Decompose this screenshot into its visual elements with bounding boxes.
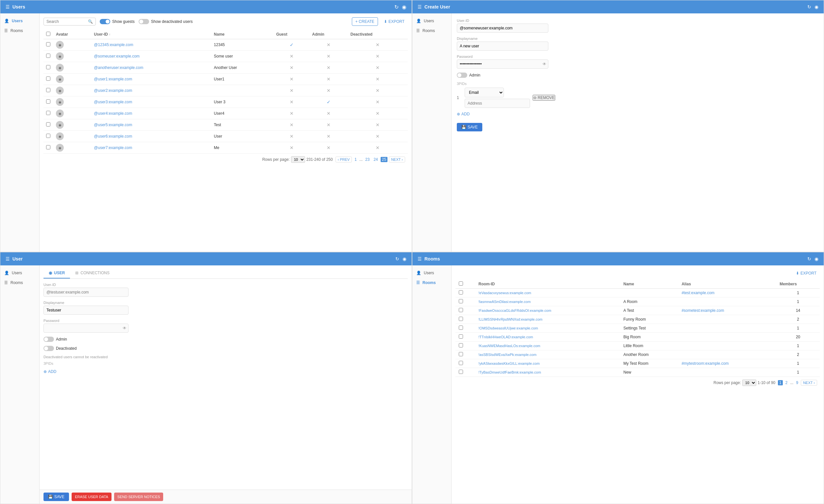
room-id-cell[interactable]: !KuasNWEMasdHasLOs:example.com <box>475 342 620 350</box>
rooms-page-2[interactable]: 2 <box>784 380 789 385</box>
row-checkbox[interactable] <box>46 122 50 126</box>
refresh-icon-3[interactable]: ↻ <box>395 256 399 261</box>
room-id-cell[interactable]: !OMSDsdweasslUUjwe:example.com <box>475 324 620 333</box>
room-checkbox[interactable] <box>459 334 463 339</box>
room-checkbox[interactable] <box>459 370 463 374</box>
search-box[interactable]: 🔍 <box>43 18 96 25</box>
user-id-cell[interactable]: @user4:example.com <box>91 108 211 119</box>
create-button[interactable]: + CREATE <box>352 17 378 26</box>
room-checkbox[interactable] <box>459 352 463 356</box>
sidebar-item-users-2[interactable]: 👤 Users <box>412 16 451 26</box>
row-checkbox[interactable] <box>46 42 50 46</box>
rows-per-page-select[interactable]: 10 25 50 <box>291 156 305 163</box>
room-checkbox[interactable] <box>459 361 463 365</box>
sidebar-item-rooms-4[interactable]: ☰ Rooms <box>412 278 451 288</box>
add-pid-button-3[interactable]: ⊕ ADD <box>43 369 408 374</box>
user-id-input[interactable] <box>457 23 548 33</box>
password-input[interactable] <box>457 59 548 69</box>
sidebar-item-rooms-3[interactable]: ☰ Rooms <box>0 278 39 288</box>
rooms-select-all[interactable] <box>459 281 463 286</box>
prev-page-button[interactable]: ‹ PREV <box>335 156 352 162</box>
sidebar-item-rooms[interactable]: ☰ Rooms <box>0 26 39 36</box>
address-input[interactable] <box>465 99 530 108</box>
refresh-icon-4[interactable]: ↻ <box>807 256 811 261</box>
rooms-page-9[interactable]: 9 <box>795 380 800 385</box>
room-id-cell[interactable]: !LLIMSSNHhrRjsdWNXsd:example.com <box>475 315 620 324</box>
page-25[interactable]: 25 <box>381 157 388 162</box>
show-guests-toggle[interactable] <box>100 19 110 24</box>
rooms-next-button[interactable]: NEXT › <box>801 380 817 386</box>
medium-select[interactable]: Medium Email MSISDN <box>465 88 504 97</box>
room-checkbox[interactable] <box>459 299 463 303</box>
add-pid-button[interactable]: ⊕ ADD <box>457 112 818 116</box>
rooms-export-button[interactable]: ⬇ EXPORT <box>793 269 820 277</box>
toggle-password-icon[interactable]: 👁 <box>542 62 546 67</box>
remove-pid-button[interactable]: ⊖ REMOVE <box>533 95 555 101</box>
room-checkbox[interactable] <box>459 308 463 312</box>
save-button[interactable]: 💾 SAVE <box>457 123 482 131</box>
row-checkbox[interactable] <box>46 77 50 81</box>
erase-user-button[interactable]: ERASE USER DATA <box>72 493 111 501</box>
room-checkbox[interactable] <box>459 317 463 321</box>
user-id-cell[interactable]: @user6:example.com <box>91 131 211 142</box>
displayname-input-3[interactable] <box>43 305 128 315</box>
user-id-cell[interactable]: @user5:example.com <box>91 119 211 131</box>
sidebar-item-users-4[interactable]: 👤 Users <box>412 268 451 278</box>
room-checkbox[interactable] <box>459 343 463 348</box>
user-id-cell[interactable]: @anotheruser:example.com <box>91 62 211 74</box>
room-id-cell[interactable]: !asSBSIsdWEvaXwPk:example.com <box>475 350 620 359</box>
menu-icon[interactable]: ☰ <box>6 4 10 9</box>
page-24[interactable]: 24 <box>372 157 379 162</box>
toggle-password-icon-3[interactable]: 👁 <box>123 326 126 331</box>
user-id-cell[interactable]: @user1:example.com <box>91 74 211 85</box>
select-all-checkbox[interactable] <box>46 32 50 36</box>
col-user-id[interactable]: User-ID ↑ <box>91 30 211 39</box>
sidebar-item-users-3[interactable]: 👤 Users <box>0 268 39 278</box>
row-checkbox[interactable] <box>46 65 50 69</box>
sidebar-item-users[interactable]: 👤 Users <box>0 16 39 26</box>
room-id-cell[interactable]: !eVasdacvxysewus:example.com <box>475 289 620 297</box>
user-id-cell[interactable]: @someuser:example.com <box>91 51 211 62</box>
row-checkbox[interactable] <box>46 145 50 149</box>
refresh-icon[interactable]: ↻ <box>394 4 399 10</box>
row-checkbox[interactable] <box>46 111 50 115</box>
rooms-page-1[interactable]: 1 <box>778 380 783 385</box>
user-id-cell[interactable]: @user3:example.com <box>91 96 211 108</box>
row-checkbox[interactable] <box>46 53 50 58</box>
next-page-button[interactable]: NEXT › <box>389 156 405 162</box>
menu-icon-4[interactable]: ☰ <box>418 256 422 261</box>
page-23[interactable]: 23 <box>364 157 371 162</box>
admin-toggle[interactable] <box>457 73 467 78</box>
room-id-cell[interactable]: !lasmnwASmDilasi:example.com <box>475 297 620 306</box>
room-id-cell[interactable]: !TyBasDmweUdfFaeBmk:example.com <box>475 368 620 377</box>
password-input-3[interactable] <box>43 324 128 333</box>
user-account-icon-3[interactable]: ◉ <box>403 256 406 261</box>
room-id-cell[interactable]: !FasdweOsscccaGLdsFRddsOI:example.com <box>475 306 620 315</box>
user-id-cell[interactable]: @12345:example.com <box>91 39 211 51</box>
search-input[interactable] <box>46 19 88 24</box>
send-notices-button[interactable]: SEND SERVER NOTICES <box>114 493 164 501</box>
displayname-input[interactable] <box>457 41 548 51</box>
room-id-cell[interactable]: !TTnlslkHHweOLAD:example.com <box>475 333 620 342</box>
page-1[interactable]: 1 <box>353 157 358 162</box>
user-id-input-3[interactable] <box>43 288 128 297</box>
rooms-rows-per-page[interactable]: 10 25 <box>742 379 756 386</box>
refresh-icon-2[interactable]: ↻ <box>807 4 811 9</box>
room-checkbox[interactable] <box>459 290 463 294</box>
menu-icon-3[interactable]: ☰ <box>6 256 10 261</box>
user-account-icon-2[interactable]: ◉ <box>815 4 818 9</box>
user-account-icon[interactable]: ◉ <box>402 4 406 10</box>
export-button[interactable]: ⬇ EXPORT <box>381 18 408 25</box>
user-save-button[interactable]: 💾 SAVE <box>43 493 69 501</box>
user-id-cell[interactable]: @user7:example.com <box>91 142 211 154</box>
sidebar-item-rooms-2[interactable]: ☰ Rooms <box>412 26 451 36</box>
menu-icon-2[interactable]: ☰ <box>418 4 422 9</box>
tab-user[interactable]: ◉ USER <box>43 268 70 278</box>
room-id-cell[interactable]: !ykAStwxasdwsKkxGILL:example.com <box>475 359 620 368</box>
room-checkbox[interactable] <box>459 326 463 330</box>
show-deactivated-toggle[interactable] <box>139 19 149 24</box>
row-checkbox[interactable] <box>46 99 50 104</box>
admin-toggle-3[interactable] <box>43 337 54 342</box>
user-account-icon-4[interactable]: ◉ <box>815 256 818 261</box>
tab-connections[interactable]: ⊞ CONNECTIONS <box>70 268 115 278</box>
